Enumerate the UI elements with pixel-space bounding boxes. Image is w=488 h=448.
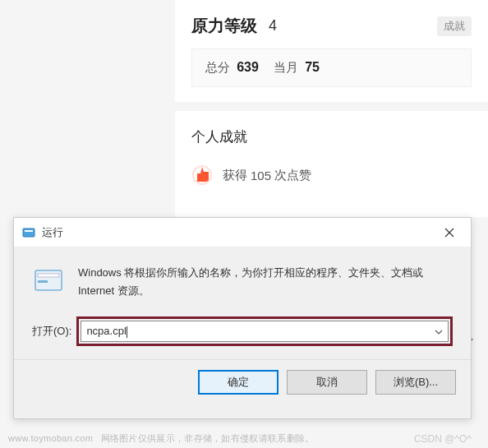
profile-card: 原力等级 4 成就 总分 639 当月 75	[175, 0, 488, 102]
level-value: 4	[269, 17, 277, 35]
thumbs-up-icon	[191, 164, 213, 186]
run-info: Windows 将根据你所输入的名称，为你打开相应的程序、文件夹、文档或 Int…	[32, 264, 453, 300]
footer-disclaimer: www.toymoban.com 网络图片仅供展示，非存储，如有侵权请联系删除。	[8, 432, 315, 445]
svg-rect-1	[23, 229, 35, 237]
footer-site: www.toymoban.com	[8, 433, 93, 443]
achievement-prefix: 获得	[223, 168, 247, 183]
cancel-button[interactable]: 取消	[287, 370, 367, 395]
run-titlebar: 运行	[14, 218, 471, 247]
run-dialog: 运行 Windows 将根据你所输入的名称，为你打开相应的程序、文件夹、文档或 …	[13, 217, 472, 419]
open-label: 打开(O):	[32, 324, 71, 339]
footer-text: 网络图片仅供展示，非存储，如有侵权请联系删除。	[101, 433, 315, 443]
run-button-row: 确定 取消 浏览(B)...	[14, 359, 471, 404]
achievements-title: 个人成就	[191, 127, 472, 146]
achievements-card: 个人成就 获得 105 次点赞	[175, 111, 488, 217]
run-icon	[22, 226, 35, 239]
score-box: 总分 639 当月 75	[191, 48, 472, 87]
ok-button[interactable]: 确定	[198, 370, 279, 395]
score-month-value: 75	[305, 60, 320, 74]
watermark: CSDN @^O^	[414, 433, 472, 445]
open-input-highlight: ncpa.cpl	[76, 316, 453, 346]
run-body: Windows 将根据你所输入的名称，为你打开相应的程序、文件夹、文档或 Int…	[14, 247, 471, 359]
close-button[interactable]	[436, 221, 463, 244]
run-title: 运行	[42, 225, 63, 240]
text-cursor	[127, 326, 127, 338]
run-input-row: 打开(O): ncpa.cpl	[32, 316, 453, 346]
open-combobox[interactable]: ncpa.cpl	[81, 321, 449, 342]
level-label: 原力等级	[191, 15, 257, 37]
score-month-label: 当月	[274, 60, 298, 74]
close-icon	[444, 228, 454, 238]
browse-button[interactable]: 浏览(B)...	[375, 370, 456, 395]
achievement-suffix: 次点赞	[274, 168, 311, 183]
svg-rect-5	[38, 280, 48, 283]
achievement-item: 获得 105 次点赞	[191, 164, 472, 186]
open-input-value[interactable]: ncpa.cpl	[86, 325, 431, 338]
level-row: 原力等级 4 成就	[191, 15, 472, 37]
run-app-icon	[32, 264, 65, 297]
achievement-badge[interactable]: 成就	[437, 16, 472, 36]
achievement-count: 105	[251, 169, 271, 182]
score-total-value: 639	[237, 60, 259, 74]
svg-rect-2	[25, 230, 33, 232]
score-total-label: 总分	[205, 60, 230, 74]
run-description: Windows 将根据你所输入的名称，为你打开相应的程序、文件夹、文档或 Int…	[78, 264, 453, 300]
chevron-down-icon[interactable]	[431, 327, 443, 336]
svg-rect-4	[38, 274, 59, 277]
